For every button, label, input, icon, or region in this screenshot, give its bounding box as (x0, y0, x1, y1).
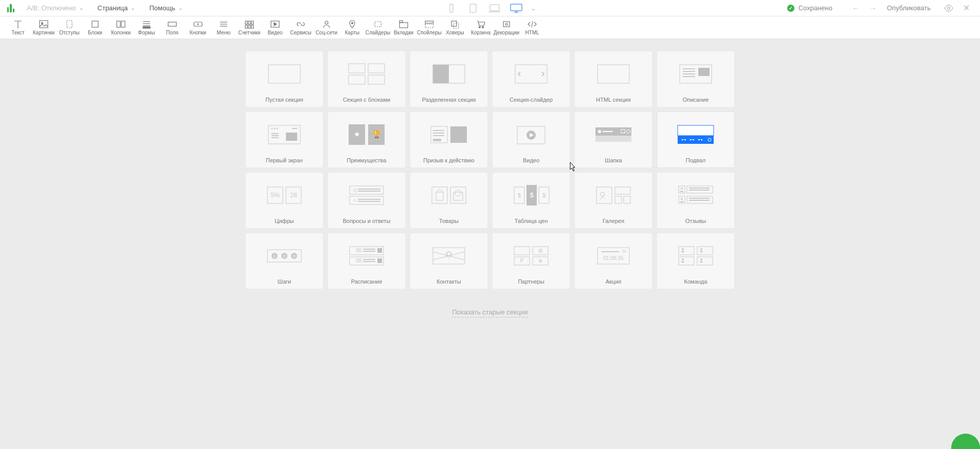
tool-label: Слайдеры (366, 30, 390, 35)
section-card-partners[interactable]: ⊞P⊗Партнеры (493, 233, 570, 289)
tool-video[interactable]: Видео (262, 20, 288, 35)
card-label: Галерея (603, 218, 624, 228)
svg-rect-58 (698, 68, 710, 76)
text-icon (13, 20, 23, 29)
section-card-split[interactable]: Разделенная секция (410, 51, 487, 107)
svg-text:⊗: ⊗ (538, 258, 542, 264)
tool-social[interactable]: Соц-сети (314, 20, 339, 35)
topbar-right: ✓ Сохранено ← → Опубликовать ✕ (787, 2, 973, 15)
tool-menu[interactable]: Меню (211, 20, 237, 35)
tool-label: Колонки (111, 30, 131, 35)
tool-sliders[interactable]: Слайдеры (365, 20, 391, 35)
images-icon (39, 20, 49, 29)
logo-icon[interactable] (7, 4, 15, 12)
tool-tabs[interactable]: Вкладки (391, 20, 416, 35)
tool-cart[interactable]: Корзина (468, 20, 494, 35)
tabs-icon (398, 20, 409, 29)
svg-point-125 (681, 198, 683, 200)
device-phone-icon[interactable] (441, 0, 462, 16)
svg-rect-29 (251, 25, 253, 28)
close-icon[interactable]: ✕ (959, 2, 973, 15)
section-card-numbers[interactable]: 5%28Цифры (246, 173, 323, 228)
svg-point-61 (274, 128, 276, 129)
section-card-faq[interactable]: QAВопросы и ответы (328, 173, 405, 228)
ab-menu[interactable]: A/B: Отключено ⌄ (27, 4, 83, 12)
buttons-icon (193, 20, 203, 29)
device-desktop-icon[interactable] (505, 0, 527, 16)
svg-rect-0 (450, 4, 453, 12)
svg-rect-86 (678, 125, 714, 136)
tool-buttons[interactable]: Кнопки (185, 20, 211, 35)
counters-icon (244, 20, 255, 29)
section-card-description[interactable]: Описание (657, 51, 734, 107)
section-card-footer[interactable]: Подвал (657, 112, 734, 167)
section-card-contacts[interactable]: Контакты (410, 233, 487, 289)
section-card-steps[interactable]: 123Шаги (246, 233, 323, 289)
tool-hovers[interactable]: Ховеры (442, 20, 468, 35)
section-card-video[interactable]: Видео (493, 112, 570, 167)
svg-text:5%: 5% (270, 192, 280, 199)
tool-label: Текст (11, 30, 24, 35)
svg-point-167 (700, 258, 702, 260)
help-menu[interactable]: Помощь ⌄ (149, 4, 182, 12)
tool-forms[interactable]: Формы (134, 20, 159, 35)
canvas: Пустая секцияСекция с блокамиРазделенная… (0, 39, 980, 357)
section-grid: Пустая секцияСекция с блокамиРазделенная… (246, 51, 734, 289)
svg-text:Q: Q (353, 188, 357, 193)
chevron-down-icon: ⌄ (131, 5, 135, 11)
tool-spoilers[interactable]: Спойлеры (416, 20, 442, 35)
tool-counters[interactable]: Счетчики (237, 20, 262, 35)
section-card-pricing[interactable]: $$$Таблица цен (493, 173, 570, 228)
tool-html[interactable]: HTML (519, 20, 545, 35)
tool-blocks[interactable]: Блоки (82, 20, 108, 35)
tool-maps[interactable]: Карты (339, 20, 365, 35)
device-laptop-icon[interactable] (484, 0, 505, 16)
svg-point-62 (277, 128, 278, 129)
tool-label: Меню (216, 30, 230, 35)
section-card-advantages[interactable]: ★🏆Преимущества (328, 112, 405, 167)
undo-button[interactable]: ← (849, 2, 862, 15)
tool-fields[interactable]: Поля (159, 20, 185, 35)
services-icon (296, 20, 306, 29)
show-old-link[interactable]: Показать старые секции (452, 308, 528, 317)
chat-fab[interactable] (951, 434, 980, 449)
redo-button[interactable]: → (866, 2, 880, 15)
section-card-schedule[interactable]: 0608Расписание (328, 233, 405, 289)
saved-label: Сохранено (798, 4, 832, 12)
section-card-header[interactable]: Шапка (575, 112, 652, 167)
tool-services[interactable]: Сервисы (288, 20, 314, 35)
tool-text[interactable]: Текст (5, 20, 31, 35)
section-card-first[interactable]: Первый экран (246, 112, 323, 167)
section-card-gallery[interactable]: Галерея (575, 173, 652, 228)
section-card-cta[interactable]: Призыв к действию (410, 112, 487, 167)
svg-point-20 (197, 24, 198, 25)
section-card-html[interactable]: HTML секция (575, 51, 652, 107)
svg-point-166 (682, 258, 684, 260)
section-card-reviews[interactable]: Отзывы (657, 173, 734, 228)
tool-columns[interactable]: Колонки (108, 20, 134, 35)
section-card-empty[interactable]: Пустая секция (246, 51, 323, 107)
section-card-promo[interactable]: %01:08:35Акция (575, 233, 652, 289)
card-label: Видео (523, 157, 539, 167)
card-preview: 123 (246, 233, 323, 278)
check-icon: ✓ (787, 5, 794, 12)
ab-label: A/B: Отключено (27, 4, 76, 12)
svg-text:01:08:35: 01:08:35 (604, 255, 624, 261)
tool-spacing[interactable]: Отступы (57, 20, 82, 35)
device-tablet-icon[interactable] (462, 0, 484, 16)
page-menu[interactable]: Страница ⌄ (98, 4, 135, 12)
tool-decorations[interactable]: Декорации (494, 20, 519, 35)
card-label: Описание (683, 97, 709, 107)
section-card-slider[interactable]: Секция-слайдер (493, 51, 570, 107)
svg-rect-26 (251, 21, 253, 24)
device-more-icon[interactable]: ⌄ (527, 0, 539, 16)
blocks-icon (90, 20, 100, 29)
section-card-products[interactable]: Товары (410, 173, 487, 228)
tool-images[interactable]: Картинки (31, 20, 57, 35)
preview-icon[interactable] (942, 2, 955, 15)
card-label: Секция с блоками (343, 97, 390, 107)
publish-button[interactable]: Опубликовать (887, 4, 931, 12)
section-card-team[interactable]: Команда (657, 233, 734, 289)
svg-rect-149 (514, 247, 530, 255)
section-card-blocks[interactable]: Секция с блоками (328, 51, 405, 107)
